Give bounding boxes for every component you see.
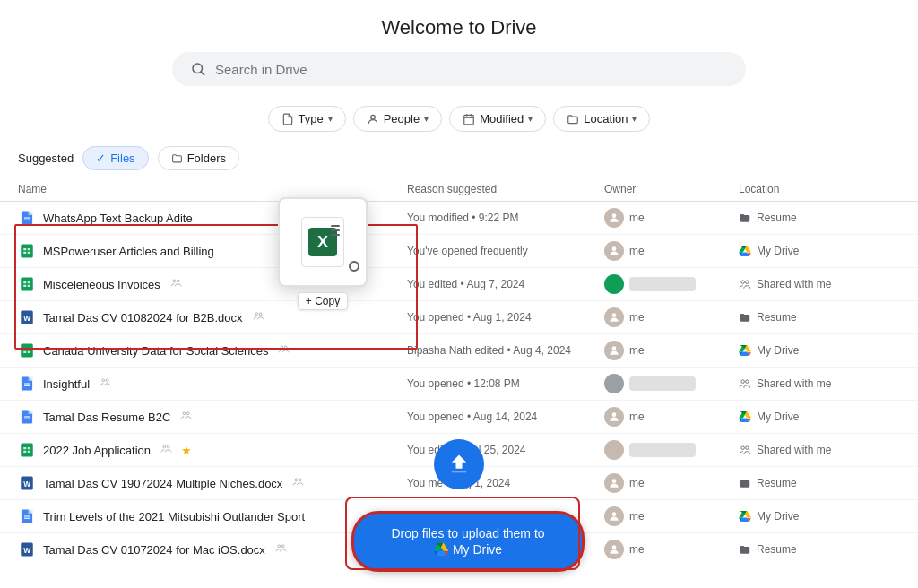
- folder-icon: [567, 113, 579, 125]
- owner-cell: me: [604, 341, 739, 360]
- table-row[interactable]: MSPoweruser Articles and Billing You've …: [0, 235, 918, 268]
- shared-icon: [278, 343, 290, 358]
- location-cell: Resume: [739, 212, 900, 224]
- file-name-cell: Tamal Das Resume B2C: [18, 408, 407, 426]
- file-name: WhatsApp Text Backup Adite: [43, 212, 193, 225]
- file-type-icon: [18, 242, 36, 260]
- svg-point-45: [741, 380, 745, 384]
- file-name-cell: Misceleneous Invoices: [18, 275, 407, 293]
- file-name-cell: Canada University Data for Social Scienc…: [18, 342, 407, 359]
- tab-folders[interactable]: Folders: [158, 146, 239, 170]
- table-row[interactable]: Tamal Das Resume B2C You opened • Aug 14…: [0, 401, 918, 434]
- drop-zone[interactable]: Drop files to upload them to My Drive: [351, 511, 585, 572]
- reason-text: Bipasha Nath edited • Aug 4, 2024: [407, 344, 571, 357]
- table-row[interactable]: Insightful You opened • 12:08 PM ███████…: [0, 368, 918, 401]
- search-icon: [190, 61, 206, 77]
- owner-avatar: [604, 374, 624, 393]
- reason-text: You've opened frequently: [407, 245, 528, 257]
- file-type-icon: [18, 275, 36, 293]
- owner-cell: me: [604, 407, 739, 427]
- svg-point-59: [746, 446, 749, 450]
- file-name: Trim Levels of the 2021 Mitsubishi Outla…: [43, 510, 305, 523]
- location-cell: Shared with me: [739, 278, 900, 290]
- file-name-cell: W Tamal Das CV 01072024 for Mac iOS.docx: [18, 540, 407, 558]
- reason-cell: You've opened frequently: [407, 245, 604, 257]
- modified-label: Modified: [480, 112, 524, 125]
- owner-avatar: [604, 506, 624, 526]
- filter-type[interactable]: Type ▾: [268, 106, 346, 132]
- drop-box-inner: Drop files to upload them to My Drive: [383, 526, 553, 557]
- owner-cell: ████████: [604, 440, 739, 460]
- table-row[interactable]: 2022 Job Application ★ You edited • Jul …: [0, 434, 918, 467]
- location-cell: Resume: [739, 543, 900, 556]
- calendar-icon: [463, 113, 475, 125]
- reason-text: You me • Aug 1, 2024: [407, 477, 510, 489]
- svg-point-65: [612, 479, 617, 483]
- drop-box: Drop files to upload them to My Drive: [351, 511, 585, 572]
- svg-rect-3: [464, 115, 474, 124]
- svg-point-36: [285, 346, 288, 349]
- location-chevron: ▾: [632, 114, 637, 124]
- reason-cell: You opened • Aug 1, 2024: [407, 311, 604, 324]
- filter-modified[interactable]: Modified ▾: [449, 106, 546, 132]
- shared-icon: [160, 443, 172, 457]
- owner-cell: me: [604, 241, 739, 261]
- svg-rect-11: [21, 245, 33, 258]
- owner-name: me: [629, 477, 645, 489]
- type-chevron: ▾: [328, 114, 333, 124]
- svg-rect-17: [21, 278, 33, 291]
- table-row[interactable]: W Tamal Das CV 01082024 for B2B.docx You…: [0, 301, 918, 334]
- search-bar[interactable]: [172, 52, 746, 86]
- file-name-cell: MSPoweruser Articles and Billing: [18, 242, 407, 260]
- filter-bar: Type ▾ People ▾ Modified ▾ Location ▾: [0, 95, 918, 139]
- owner-name-blurred: ████████: [629, 277, 696, 291]
- search-input[interactable]: [215, 62, 728, 77]
- page-title: Welcome to Drive: [0, 16, 918, 39]
- folder-small-icon: [171, 152, 183, 164]
- reason-text: You opened • Aug 14, 2024: [407, 411, 537, 423]
- location-cell: My Drive: [739, 344, 900, 357]
- reason-cell: Bipasha Nath edited • Aug 4, 2024: [407, 344, 604, 357]
- tab-files[interactable]: ✓ Files: [82, 146, 148, 170]
- svg-point-60: [741, 446, 745, 450]
- file-name: Tamal Das CV 01072024 for Mac iOS.docx: [43, 543, 265, 557]
- owner-avatar: [604, 440, 624, 460]
- file-type-icon: [18, 507, 36, 525]
- filter-location[interactable]: Location ▾: [553, 106, 650, 132]
- location-text: Resume: [757, 311, 797, 324]
- location-text: Shared with me: [757, 377, 831, 390]
- table-row[interactable]: WhatsApp Text Backup Adite You modified …: [0, 202, 918, 235]
- location-text: Shared with me: [757, 444, 831, 456]
- owner-name: me: [629, 344, 645, 357]
- col-reason: Reason suggested: [407, 183, 604, 195]
- filter-people[interactable]: People ▾: [353, 106, 442, 132]
- file-name-cell: WhatsApp Text Backup Adite: [18, 209, 407, 227]
- svg-rect-15: [28, 252, 30, 254]
- col-location: Location: [739, 183, 900, 195]
- table-row[interactable]: W Tamal Das CV 19072024 Multiple Niches.…: [0, 467, 918, 500]
- svg-rect-33: [28, 348, 30, 350]
- svg-point-73: [278, 545, 281, 548]
- shared-icon: [275, 542, 287, 557]
- shared-icon: [170, 277, 182, 291]
- owner-avatar: [604, 407, 624, 427]
- svg-rect-53: [23, 447, 26, 449]
- table-row[interactable]: Canada University Data for Social Scienc…: [0, 334, 918, 368]
- owner-name: me: [629, 212, 645, 224]
- svg-point-22: [177, 280, 179, 282]
- location-text: My Drive: [757, 510, 799, 523]
- svg-point-49: [187, 412, 190, 415]
- location-cell: Shared with me: [739, 444, 900, 456]
- reason-text: You modified • 9:22 PM: [407, 212, 519, 224]
- location-cell: Resume: [739, 311, 900, 324]
- owner-cell: me: [604, 208, 739, 228]
- file-type-icon: [18, 408, 36, 426]
- file-type-icon: W: [18, 474, 36, 492]
- svg-point-74: [612, 545, 617, 549]
- svg-rect-14: [23, 252, 26, 254]
- reason-cell: You opened • 12:08 PM: [407, 377, 604, 390]
- owner-cell: me: [604, 540, 739, 559]
- col-name: Name: [18, 183, 407, 195]
- table-row[interactable]: Misceleneous Invoices You edited • Aug 7…: [0, 268, 918, 301]
- svg-point-37: [281, 346, 283, 349]
